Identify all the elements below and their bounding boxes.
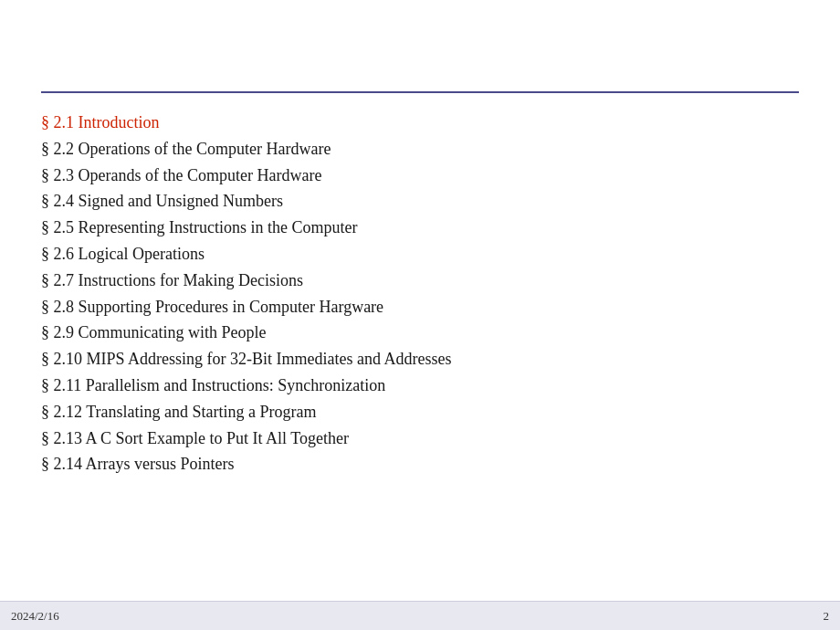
slide-container: § 2.1 Introduction§ 2.2 Operations of th…: [0, 0, 840, 630]
table-of-contents: § 2.1 Introduction§ 2.2 Operations of th…: [41, 110, 799, 478]
toc-item-2.12: § 2.12 Translating and Starting a Progra…: [41, 399, 799, 425]
toc-item-2.5: § 2.5 Representing Instructions in the C…: [41, 215, 799, 241]
toc-item-2.9: § 2.9 Communicating with People: [41, 320, 799, 346]
toc-item-2.3: § 2.3 Operands of the Computer Hardware: [41, 163, 799, 189]
toc-item-2.7: § 2.7 Instructions for Making Decisions: [41, 268, 799, 294]
top-divider: [41, 91, 799, 93]
toc-item-2.14: § 2.14 Arrays versus Pointers: [41, 451, 799, 478]
footer-page: 2: [824, 609, 830, 624]
footer-bar: 2024/2/16 2: [0, 601, 840, 630]
footer-date: 2024/2/16: [11, 609, 59, 624]
toc-item-2.4: § 2.4 Signed and Unsigned Numbers: [41, 188, 799, 215]
toc-item-2.8: § 2.8 Supporting Procedures in Computer …: [41, 294, 799, 320]
toc-item-2.6: § 2.6 Logical Operations: [41, 241, 799, 268]
toc-item-2.11: § 2.11 Parallelism and Instructions: Syn…: [41, 373, 799, 399]
toc-item-2.10: § 2.10 MIPS Addressing for 32-Bit Immedi…: [41, 346, 799, 373]
toc-item-2.13: § 2.13 A C Sort Example to Put It All To…: [41, 425, 799, 452]
toc-item-2.1: § 2.1 Introduction: [41, 110, 799, 136]
toc-item-2.2: § 2.2 Operations of the Computer Hardwar…: [41, 136, 799, 163]
